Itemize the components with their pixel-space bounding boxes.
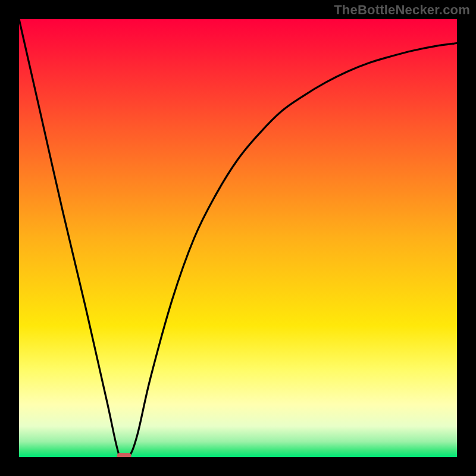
- markers-layer: [117, 453, 131, 457]
- watermark-text: TheBottleNecker.com: [334, 2, 470, 18]
- plot-area: [19, 19, 457, 457]
- chart-frame: TheBottleNecker.com: [0, 0, 476, 476]
- optimum-marker: [117, 453, 131, 457]
- gradient-background: [19, 19, 457, 457]
- chart-canvas: [19, 19, 457, 457]
